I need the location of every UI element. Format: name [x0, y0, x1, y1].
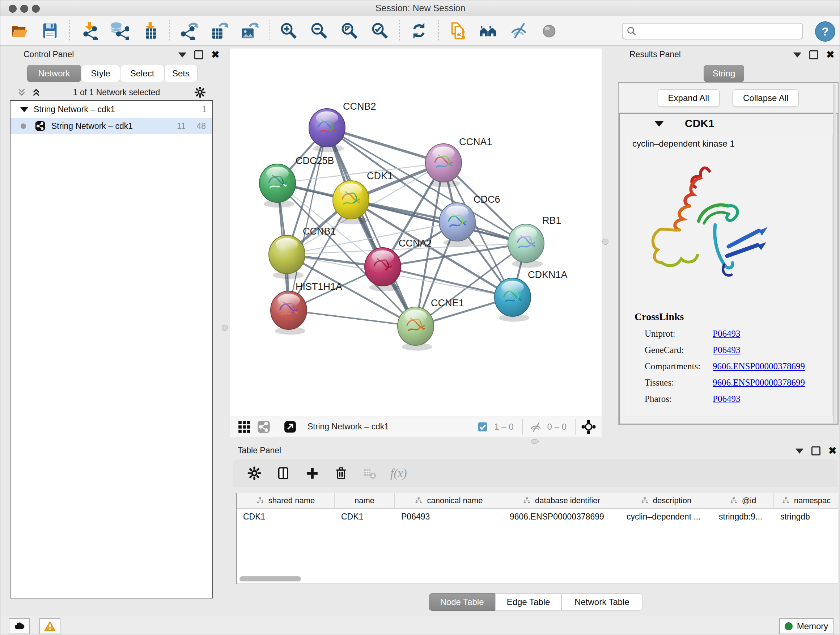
- network-canvas[interactable]: CCNB2 CCNA1 CDC25B CDK1 CDC6 RB1 CCNB1: [230, 49, 602, 416]
- select-columns-button[interactable]: [275, 464, 292, 482]
- zoom-fit-button[interactable]: [339, 20, 360, 41]
- import-network-database-button[interactable]: [109, 20, 130, 41]
- column-type-icon: [641, 497, 649, 505]
- show-all-button[interactable]: [538, 20, 560, 41]
- gene-section-collapse-icon[interactable]: [654, 121, 664, 127]
- save-session-icon: [41, 21, 59, 40]
- control-panel-collapse-icon[interactable]: [178, 52, 186, 57]
- table-cell[interactable]: cyclin–dependent ...: [620, 512, 712, 522]
- column-header-description[interactable]: description: [620, 493, 712, 508]
- zoom-out-button[interactable]: [309, 20, 330, 41]
- table-cell[interactable]: 9606.ENSP00000378699: [503, 512, 620, 522]
- zoom-selected-button[interactable]: [369, 20, 390, 41]
- tab-style[interactable]: Style: [81, 65, 120, 82]
- tab-edge-table[interactable]: Edge Table: [495, 593, 561, 611]
- zoom-in-icon: [279, 21, 298, 40]
- hide-selected-button[interactable]: [508, 20, 529, 41]
- network-share-view-icon[interactable]: [256, 419, 272, 435]
- expand-all-button[interactable]: Expand All: [658, 89, 720, 107]
- table-cell[interactable]: CDK1: [335, 512, 395, 522]
- import-network-file-button[interactable]: [79, 20, 99, 41]
- save-session-button[interactable]: [39, 20, 60, 41]
- delete-column-button[interactable]: [332, 464, 350, 482]
- tab-network-table[interactable]: Network Table: [561, 593, 643, 611]
- add-column-button[interactable]: [303, 464, 321, 482]
- node-label-CDK1: CDK1: [367, 171, 393, 181]
- warnings-button[interactable]: [39, 618, 60, 634]
- network-node-CCNA1[interactable]: CCNA1: [425, 136, 493, 187]
- results-panel-float-icon[interactable]: [809, 50, 818, 59]
- network-view-toolbar: String Network – cdk1 1 – 0 0 – 0: [230, 416, 602, 437]
- cloud-status-button[interactable]: [9, 618, 30, 634]
- results-panel-close-icon[interactable]: ✖: [826, 51, 835, 58]
- refresh-network-button[interactable]: [409, 20, 429, 41]
- network-node-RB1[interactable]: RB1: [508, 215, 561, 268]
- collapse-all-networks-icon[interactable]: [16, 87, 27, 98]
- table-cell[interactable]: stringdb:9...: [712, 512, 774, 522]
- network-tree-row[interactable]: String Network – cdk1 11 48: [11, 118, 212, 134]
- search-box[interactable]: [622, 23, 803, 40]
- bring-networks-front-button[interactable]: [478, 20, 499, 41]
- tab-node-table[interactable]: Node Table: [429, 593, 495, 611]
- grid-view-icon[interactable]: [236, 419, 252, 435]
- show-all-icon: [540, 21, 559, 40]
- network-node-CCNB2[interactable]: CCNB2: [309, 101, 376, 152]
- zoom-selected-icon: [370, 21, 389, 40]
- help-button[interactable]: ?: [815, 21, 835, 42]
- table-horizontal-scrollbar[interactable]: [240, 576, 301, 581]
- results-panel-collapse-icon[interactable]: [793, 52, 801, 57]
- crosslink-link[interactable]: P06493: [713, 345, 740, 355]
- open-session-button[interactable]: [9, 20, 30, 41]
- network-node-HIST1H1A[interactable]: HIST1H1A: [271, 281, 342, 335]
- results-scrollbar[interactable]: [833, 84, 836, 423]
- memory-button[interactable]: Memory: [779, 618, 834, 634]
- left-splitter-handle[interactable]: [222, 325, 228, 331]
- export-table-button[interactable]: [209, 20, 230, 41]
- table-row[interactable]: CDK1CDK1P064939606.ENSP00000378699cyclin…: [237, 509, 838, 524]
- column-header--id[interactable]: @id: [712, 493, 774, 508]
- column-header-canonical-name[interactable]: canonical name: [395, 493, 503, 508]
- control-panel-close-icon[interactable]: ✖: [211, 51, 219, 58]
- control-panel-float-icon[interactable]: [194, 50, 203, 59]
- select-columns-icon: [276, 466, 291, 481]
- column-header-database-identifier[interactable]: database identifier: [503, 493, 620, 508]
- crosslink-link[interactable]: P06493: [713, 329, 740, 339]
- network-node-CCNE1[interactable]: CCNE1: [398, 298, 464, 351]
- collapse-all-button[interactable]: Collapse All: [733, 89, 799, 107]
- node-label-CDKN1A: CDKN1A: [528, 269, 568, 280]
- export-image-button[interactable]: [239, 20, 260, 41]
- network-node-CDC25B[interactable]: CDC25B: [259, 155, 334, 208]
- tab-select[interactable]: Select: [120, 65, 164, 82]
- column-header-namespac[interactable]: namespac: [774, 493, 838, 508]
- network-node-CDKN1A[interactable]: CDKN1A: [494, 269, 568, 322]
- table-cell[interactable]: CDK1: [237, 512, 335, 522]
- crosslink-link[interactable]: 9606.ENSP00000378699: [713, 378, 805, 388]
- crosslink-link[interactable]: 9606.ENSP00000378699: [713, 361, 805, 371]
- expand-all-networks-icon[interactable]: [31, 87, 42, 98]
- column-header-name[interactable]: name: [335, 493, 395, 508]
- results-panel: Results Panel ✖ String Expand All Collap…: [605, 48, 840, 439]
- table-panel-close-icon[interactable]: ✖: [829, 448, 837, 454]
- search-input[interactable]: [637, 26, 802, 36]
- table-settings-button[interactable]: [246, 464, 263, 482]
- tab-string[interactable]: String: [704, 65, 744, 82]
- tab-sets[interactable]: Sets: [164, 65, 197, 82]
- network-tree-row[interactable]: String Network – cdk1 1: [11, 101, 212, 118]
- tree-expand-icon[interactable]: [20, 107, 28, 112]
- tab-network[interactable]: Network: [27, 65, 81, 82]
- crosslink-link[interactable]: P06493: [713, 394, 740, 404]
- table-cell[interactable]: P06493: [395, 512, 503, 522]
- zoom-in-button[interactable]: [278, 20, 299, 41]
- fit-selected-crosshair-icon[interactable]: [581, 419, 597, 435]
- table-cell[interactable]: stringdb: [774, 512, 838, 522]
- selected-nodes-checkbox-icon[interactable]: [475, 419, 491, 435]
- column-header-shared-name[interactable]: shared name: [237, 493, 335, 508]
- column-type-icon: [415, 497, 423, 505]
- table-panel-float-icon[interactable]: [812, 447, 821, 455]
- table-panel-collapse-icon[interactable]: [796, 448, 804, 454]
- import-table-file-button[interactable]: [139, 20, 160, 41]
- export-network-button[interactable]: [178, 20, 199, 41]
- string-protein-query-button[interactable]: [447, 20, 469, 41]
- birds-eye-view-icon[interactable]: [282, 419, 298, 435]
- network-options-gear-icon[interactable]: [191, 84, 209, 101]
